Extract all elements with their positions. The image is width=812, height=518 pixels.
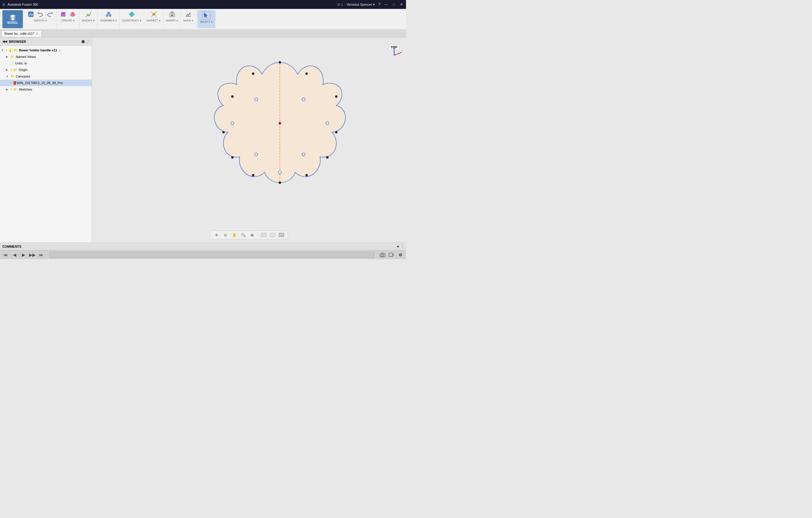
construct-label[interactable]: CONSTRUCT ▼ [122,19,141,22]
tab-close-button[interactable]: ✕ [36,32,38,35]
modify-label[interactable]: MODIFY ▼ [82,19,95,22]
inspect-button[interactable] [150,10,158,19]
select-button[interactable] [202,11,210,20]
title-bar: A Autodesk Fusion 360 ① 1 Veronica Spenc… [0,0,406,9]
browser-header: ◀◀ BROWSER ⊕ [0,37,92,46]
tree-arrow-sketches: ▶ [6,88,10,91]
create-extrude-button[interactable] [59,10,67,19]
axis-svg: X Z [385,46,403,64]
insert-label[interactable]: INSERT ▼ [166,19,178,22]
timeline-area[interactable] [49,252,375,258]
point-bottom-left [252,174,254,176]
viewport-zoom-in-button[interactable]: 🔍 [239,232,247,238]
svg-rect-17 [261,233,266,237]
svg-rect-25 [281,233,283,235]
assemble-dropdown-arrow: ▼ [115,20,117,22]
viewport-env-button[interactable] [278,232,286,238]
timeline-last-button[interactable]: ⏭ [38,251,45,258]
clock-indicator: ① 1 [337,3,343,6]
create-group: CREATE ▼ [57,9,80,29]
sidebar: ◀◀ BROWSER ⊕ ▼ 👁 💡 📁 flower holder handl… [0,37,92,242]
tree-item-units[interactable]: 📄 Units: in [0,60,92,66]
viewport-sep-1 [258,232,258,238]
tree-item-canvas-file[interactable]: 👁 ▪ WIN_20170813_15_09_39_Pro [0,80,92,86]
tree-item-sketches[interactable]: ▶ 👁 📁 Sketches [0,86,92,93]
tree-item-canvases[interactable]: ▼ 📁 Canvases [0,73,92,80]
viewport-pan-button[interactable]: ✋ [231,232,238,238]
sketch-svg [203,53,357,226]
tree-icon-units: 📄 [9,61,14,65]
select-label[interactable]: SELECT ▼ [200,20,213,23]
make-label[interactable]: MAKE ▼ [183,19,194,22]
model-menu[interactable]: MODEL [2,10,23,28]
construct-icons [127,10,136,19]
create-revolve-button[interactable] [68,10,77,19]
main-area: ◀◀ BROWSER ⊕ ▼ 👁 💡 📁 flower holder handl… [0,37,406,242]
maximize-button[interactable]: □ [392,2,396,6]
user-name[interactable]: Veronica Spencer ▾ [346,3,375,6]
modify-dropdown-arrow: ▼ [93,20,95,22]
inspect-label[interactable]: INSPECT ▼ [147,19,161,22]
tree-target-root: ⊙ [58,49,61,52]
settings-button[interactable]: ⚙ [397,251,404,258]
construct-dropdown-arrow: ▼ [140,20,142,22]
modify-icons [84,10,93,19]
sketch-label[interactable]: SKETCH ▼ [33,19,47,22]
construct-button[interactable] [127,10,136,19]
assemble-icons [105,10,113,19]
timeline-next-button[interactable]: ▶▶ [29,251,36,258]
viewport-fit-button[interactable]: ⊕ [249,232,256,238]
comments-add-button[interactable]: + [397,244,399,249]
app-logo: A [2,2,5,7]
viewport-display-mode-button[interactable] [260,232,268,238]
insert-icons [168,10,176,19]
timeline-first-button[interactable]: ⏮ [2,251,9,258]
assemble-button[interactable] [105,10,113,19]
viewport-grid-button[interactable] [269,232,277,238]
camera-button[interactable] [379,251,386,258]
timeline-prev-button[interactable]: ◀ [11,251,18,258]
tree-item-origin[interactable]: ▶ 👁 📁 Origin [0,66,92,73]
point-bottom-center [279,182,281,184]
insert-group: INSERT ▼ [164,9,181,29]
record-button[interactable] [388,251,395,258]
tree-eye-origin[interactable]: 👁 [10,68,13,72]
viewport-orbit-button[interactable]: ⊙ [222,232,229,238]
tree-eye-root[interactable]: 👁 [5,49,8,52]
svg-rect-1 [61,13,66,17]
canvas-area[interactable]: TOP X Z ✛ ⊙ ✋ 🔍 ⊕ [92,37,406,242]
undo-button[interactable] [36,10,45,19]
svg-marker-33 [393,254,394,256]
tree-eye-canvas[interactable]: 👁 [11,81,13,85]
tree-item-root[interactable]: ▼ 👁 💡 📁 flower holder handle v11 ⊙ [0,47,92,53]
create-label[interactable]: CREATE ▼ [61,19,75,22]
viewport-move-button[interactable]: ✛ [213,232,221,238]
point-left-top [231,96,234,98]
document-tab[interactable]: flower ho...ndle v11* ✕ [1,30,41,37]
select-group: SELECT ▼ [197,10,215,28]
minimize-button[interactable]: — [384,2,388,6]
browser-add-button[interactable]: ⊕ [81,39,85,44]
make-button[interactable] [184,10,193,19]
collapse-arrow[interactable]: ◀◀ [2,40,7,43]
browser-tree: ▼ 👁 💡 📁 flower holder handle v11 ⊙ ▶ 📁 N… [0,46,92,242]
assemble-label[interactable]: ASSEMBLE ▼ [100,19,117,22]
close-button[interactable]: ✕ [400,2,404,6]
assemble-group: ASSEMBLE ▼ [98,9,120,29]
svg-rect-27 [279,235,281,237]
tree-label-canvases: Canvases [16,75,30,78]
insert-button[interactable] [168,10,176,19]
timeline-play-button[interactable]: ▶ [20,251,27,258]
svg-rect-29 [283,235,284,237]
redo-button[interactable] [46,10,54,19]
svg-text:Z: Z [394,46,395,48]
modify-button[interactable] [84,10,93,19]
tree-eye-sketches[interactable]: 👁 [10,88,13,91]
help-button[interactable]: ? [378,2,380,6]
point-open-bottom-right [302,153,305,156]
point-open-top-left [255,98,258,101]
tree-item-named-views[interactable]: ▶ 📁 Named Views [0,53,92,60]
tree-label-origin: Origin [19,68,27,72]
create-sketch-button[interactable] [27,10,35,19]
tree-arrow-named-views: ▶ [6,55,10,58]
